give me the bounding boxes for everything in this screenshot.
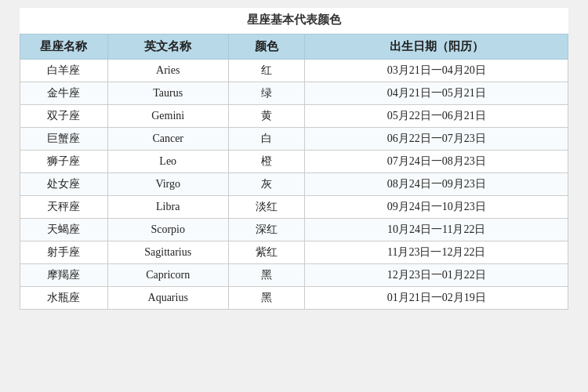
cell-zh-name: 天蝎座: [20, 219, 108, 241]
cell-date: 12月23日一01月22日: [305, 264, 568, 287]
cell-en-name: Aquarius: [107, 287, 228, 310]
table-row: 巨蟹座Cancer白06月22日一07月23日: [20, 128, 568, 151]
page-title: 星座基本代表颜色: [20, 8, 568, 34]
header-date: 出生日期（阳历）: [305, 34, 568, 60]
cell-color: 深红: [228, 219, 305, 241]
table-row: 射手座Sagittarius紫红11月23日一12月22日: [20, 241, 568, 264]
cell-zh-name: 射手座: [20, 241, 108, 264]
cell-date: 04月21日一05月21日: [305, 82, 568, 105]
header-en-name: 英文名称: [107, 34, 228, 60]
main-container: 星座基本代表颜色 星座名称 英文名称 颜色 出生日期（阳历） 白羊座Aries红…: [20, 8, 568, 310]
cell-zh-name: 狮子座: [20, 151, 108, 173]
cell-zh-name: 双子座: [20, 105, 108, 128]
cell-zh-name: 处女座: [20, 173, 108, 196]
cell-zh-name: 摩羯座: [20, 264, 108, 287]
cell-color: 灰: [228, 173, 305, 196]
cell-date: 11月23日一12月22日: [305, 241, 568, 264]
cell-en-name: Sagittarius: [107, 241, 228, 264]
cell-en-name: Aries: [107, 60, 228, 82]
cell-zh-name: 巨蟹座: [20, 128, 108, 151]
cell-zh-name: 天秤座: [20, 196, 108, 219]
table-row: 双子座Gemini黄05月22日一06月21日: [20, 105, 568, 128]
table-header-row: 星座名称 英文名称 颜色 出生日期（阳历）: [20, 34, 568, 60]
table-row: 处女座Virgo灰08月24日一09月23日: [20, 173, 568, 196]
cell-date: 10月24日一11月22日: [305, 219, 568, 241]
table-row: 天蝎座Scorpio深红10月24日一11月22日: [20, 219, 568, 241]
cell-date: 03月21日一04月20日: [305, 60, 568, 82]
cell-date: 09月24日一10月23日: [305, 196, 568, 219]
header-zh-name: 星座名称: [20, 34, 108, 60]
cell-en-name: Scorpio: [107, 219, 228, 241]
cell-en-name: Gemini: [107, 105, 228, 128]
table-row: 金牛座Taurus绿04月21日一05月21日: [20, 82, 568, 105]
cell-date: 08月24日一09月23日: [305, 173, 568, 196]
zodiac-table: 星座名称 英文名称 颜色 出生日期（阳历） 白羊座Aries红03月21日一04…: [20, 34, 568, 310]
cell-color: 紫红: [228, 241, 305, 264]
cell-zh-name: 白羊座: [20, 60, 108, 82]
cell-en-name: Taurus: [107, 82, 228, 105]
cell-en-name: Libra: [107, 196, 228, 219]
table-row: 摩羯座Capricorn黑12月23日一01月22日: [20, 264, 568, 287]
cell-color: 黑: [228, 264, 305, 287]
cell-color: 橙: [228, 151, 305, 173]
table-row: 水瓶座Aquarius黑01月21日一02月19日: [20, 287, 568, 310]
table-row: 天秤座Libra淡红09月24日一10月23日: [20, 196, 568, 219]
table-row: 狮子座Leo橙07月24日一08月23日: [20, 151, 568, 173]
cell-date: 07月24日一08月23日: [305, 151, 568, 173]
header-color: 颜色: [228, 34, 305, 60]
cell-en-name: Virgo: [107, 173, 228, 196]
cell-zh-name: 水瓶座: [20, 287, 108, 310]
cell-zh-name: 金牛座: [20, 82, 108, 105]
cell-en-name: Cancer: [107, 128, 228, 151]
cell-color: 黑: [228, 287, 305, 310]
cell-color: 红: [228, 60, 305, 82]
cell-en-name: Capricorn: [107, 264, 228, 287]
cell-color: 白: [228, 128, 305, 151]
cell-color: 淡红: [228, 196, 305, 219]
cell-en-name: Leo: [107, 151, 228, 173]
cell-color: 黄: [228, 105, 305, 128]
cell-date: 06月22日一07月23日: [305, 128, 568, 151]
cell-date: 05月22日一06月21日: [305, 105, 568, 128]
table-row: 白羊座Aries红03月21日一04月20日: [20, 60, 568, 82]
cell-color: 绿: [228, 82, 305, 105]
table-body: 白羊座Aries红03月21日一04月20日金牛座Taurus绿04月21日一0…: [20, 60, 568, 310]
cell-date: 01月21日一02月19日: [305, 287, 568, 310]
